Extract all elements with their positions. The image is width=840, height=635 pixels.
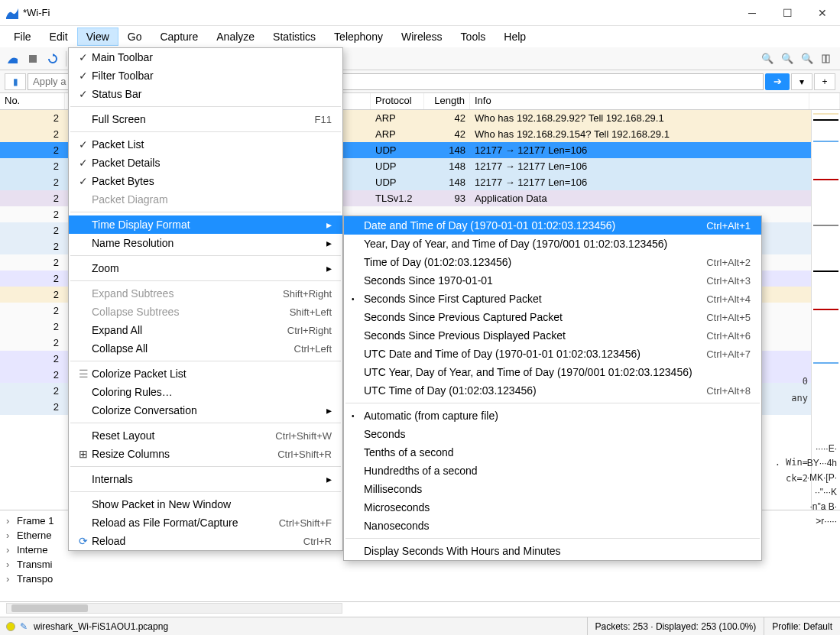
horizontal-scrollbar[interactable]: [6, 603, 342, 614]
menu-packet-details[interactable]: ✓Packet Details: [69, 154, 342, 172]
menu-help[interactable]: Help: [495, 28, 535, 46]
menu-time-timeofday[interactable]: Time of Day (01:02:03.123456)Ctrl+Alt+2: [344, 253, 761, 271]
app-logo-icon: [6, 7, 18, 19]
menu-time-utc-datetime[interactable]: UTC Date and Time of Day (1970-01-01 01:…: [344, 345, 761, 363]
apply-filter-button[interactable]: ➔: [765, 73, 790, 90]
menu-time-utc-year-doy[interactable]: UTC Year, Day of Year, and Time of Day (…: [344, 363, 761, 381]
menu-statistics[interactable]: Statistics: [264, 28, 325, 46]
menu-collapse-subtrees: Collapse SubtreesShift+Left: [69, 303, 342, 321]
zoom-reset-icon[interactable]: 🔍: [799, 50, 816, 67]
zoom-in-icon[interactable]: 🔍: [759, 50, 776, 67]
menu-time-precision-us[interactable]: Microseconds: [344, 498, 761, 517]
menu-time-year-doy[interactable]: Year, Day of Year, and Time of Day (1970…: [344, 235, 761, 253]
col-length[interactable]: Length: [424, 93, 470, 109]
capture-file-label: wireshark_Wi-FiS1AOU1.pcapng: [34, 621, 173, 632]
menu-status-bar[interactable]: ✓Status Bar: [69, 85, 342, 103]
menu-time-precision-auto[interactable]: •Automatic (from capture file): [344, 407, 761, 425]
hex-ascii-fragment: ·····E· BY···4h ·MK·[P· ··"···K ·n"a B· …: [768, 442, 837, 529]
partial-text: any: [791, 393, 808, 403]
add-filter-button[interactable]: +: [814, 73, 835, 90]
menu-time-utc-timeofday[interactable]: UTC Time of Day (01:02:03.123456)Ctrl+Al…: [344, 381, 761, 400]
menu-edit[interactable]: Edit: [41, 28, 77, 46]
menu-packet-diagram: Packet Diagram: [69, 190, 342, 209]
app-window: *Wi-Fi ─ ☐ ✕ File Edit View Go Capture A…: [0, 0, 840, 635]
statusbar: ✎ wireshark_Wi-FiS1AOU1.pcapng Packets: …: [0, 617, 840, 635]
menu-reload[interactable]: ⟳ReloadCtrl+R: [69, 532, 342, 550]
menu-zoom[interactable]: Zoom▸: [69, 259, 342, 277]
shark-fin-icon[interactable]: [5, 50, 21, 67]
bookmark-icon[interactable]: ▮: [5, 73, 26, 90]
menu-filter-toolbar[interactable]: ✓Filter Toolbar: [69, 66, 342, 85]
stop-icon[interactable]: [24, 50, 41, 67]
edit-icon[interactable]: ✎: [20, 621, 28, 632]
menu-time-precision-ns[interactable]: Nanoseconds: [344, 517, 761, 535]
menu-full-screen[interactable]: Full ScreenF11: [69, 110, 342, 128]
menu-tools[interactable]: Tools: [452, 28, 495, 46]
menu-coloring-rules[interactable]: Coloring Rules…: [69, 383, 342, 401]
menu-go[interactable]: Go: [118, 28, 151, 46]
menu-time-precision-ms[interactable]: Milliseconds: [344, 480, 761, 498]
profile-label[interactable]: Profile: Default: [764, 617, 840, 635]
menu-show-packet-new-window[interactable]: Show Packet in New Window: [69, 495, 342, 514]
menu-resize-columns[interactable]: ⊞Resize ColumnsCtrl+Shift+R: [69, 445, 342, 463]
detail-row[interactable]: ›Transpo: [6, 572, 834, 586]
menu-analyze[interactable]: Analyze: [207, 28, 264, 46]
menu-time-display-hours-minutes[interactable]: Display Seconds With Hours and Minutes: [344, 542, 761, 560]
menu-collapse-all[interactable]: Collapse AllCtrl+Left: [69, 339, 342, 358]
col-no[interactable]: No.: [0, 93, 65, 109]
zoom-out-icon[interactable]: 🔍: [779, 50, 796, 67]
window-title: *Wi-Fi: [23, 7, 735, 18]
svg-rect-1: [822, 55, 825, 63]
menu-telephony[interactable]: Telephony: [325, 28, 392, 46]
partial-text: 0: [803, 376, 808, 387]
expert-info-icon[interactable]: [6, 622, 15, 631]
menu-colorize-packet-list[interactable]: ☰Colorize Packet List: [69, 364, 342, 383]
svg-rect-2: [826, 55, 829, 63]
col-protocol[interactable]: Protocol: [371, 93, 424, 109]
packet-counts: Packets: 253 · Displayed: 253 (100.0%): [587, 617, 764, 635]
menu-time-precision-tenths[interactable]: Tenths of a second: [344, 443, 761, 462]
menu-packet-list[interactable]: ✓Packet List: [69, 135, 342, 154]
menu-time-precision-hundredths[interactable]: Hundredths of a second: [344, 462, 761, 480]
menu-main-toolbar[interactable]: ✓Main Toolbar: [69, 48, 342, 66]
menu-time-datetime[interactable]: Date and Time of Day (1970-01-01 01:02:0…: [344, 216, 761, 235]
menu-view[interactable]: View: [77, 28, 118, 46]
menu-time-seconds-1970[interactable]: Seconds Since 1970-01-01Ctrl+Alt+3: [344, 271, 761, 290]
menu-time-display-format[interactable]: Time Display Format▸: [69, 215, 342, 234]
menu-time-since-prev-displayed[interactable]: Seconds Since Previous Displayed PacketC…: [344, 326, 761, 345]
resize-columns-icon[interactable]: [819, 50, 835, 67]
col-info[interactable]: Info: [470, 93, 809, 109]
maximize-button[interactable]: ☐: [770, 1, 805, 25]
menu-wireless[interactable]: Wireless: [392, 28, 452, 46]
filter-dropdown-button[interactable]: ▾: [791, 73, 812, 90]
time-display-format-submenu: Date and Time of Day (1970-01-01 01:02:0…: [343, 215, 762, 561]
menu-expand-all[interactable]: Expand AllCtrl+Right: [69, 321, 342, 339]
menu-time-since-first[interactable]: •Seconds Since First Captured PacketCtrl…: [344, 290, 761, 308]
minimize-button[interactable]: ─: [735, 1, 770, 25]
svg-rect-0: [29, 55, 37, 63]
menubar: File Edit View Go Capture Analyze Statis…: [0, 26, 840, 47]
view-menu-dropdown: ✓Main Toolbar ✓Filter Toolbar ✓Status Ba…: [68, 47, 343, 551]
menu-capture[interactable]: Capture: [151, 28, 207, 46]
menu-packet-bytes[interactable]: ✓Packet Bytes: [69, 172, 342, 190]
restart-icon[interactable]: [44, 50, 61, 67]
titlebar: *Wi-Fi ─ ☐ ✕: [0, 0, 840, 26]
menu-reload-as-file-format[interactable]: Reload as File Format/CaptureCtrl+Shift+…: [69, 514, 342, 532]
menu-reset-layout[interactable]: Reset LayoutCtrl+Shift+W: [69, 426, 342, 445]
close-button[interactable]: ✕: [805, 1, 840, 25]
menu-time-precision-seconds[interactable]: Seconds: [344, 425, 761, 443]
menu-expand-subtrees: Expand SubtreesShift+Right: [69, 284, 342, 303]
menu-time-since-prev-captured[interactable]: Seconds Since Previous Captured PacketCt…: [344, 308, 761, 326]
menu-internals[interactable]: Internals▸: [69, 470, 342, 488]
menu-name-resolution[interactable]: Name Resolution▸: [69, 234, 342, 252]
menu-colorize-conversation[interactable]: Colorize Conversation▸: [69, 401, 342, 420]
menu-file[interactable]: File: [5, 28, 41, 46]
